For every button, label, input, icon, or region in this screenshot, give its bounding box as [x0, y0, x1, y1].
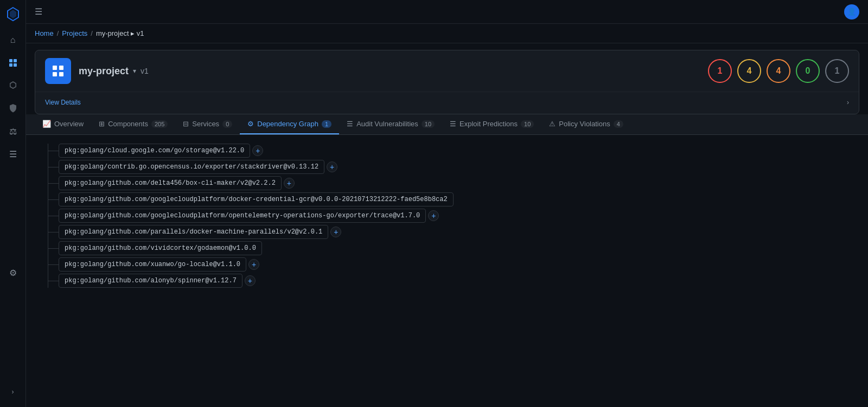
tab-components[interactable]: ⊞ Components 205 — [91, 114, 175, 134]
tab-policy-label: Policy Violations — [559, 120, 610, 128]
svg-rect-8 — [53, 72, 57, 76]
expand-btn-1[interactable]: + — [252, 145, 263, 156]
project-header-left: my-project ▾ v1 — [45, 58, 149, 84]
dep-pkg-1: pkg:golang/cloud.google.com/go/storage@v… — [65, 147, 244, 154]
avatar[interactable]: 👤 — [844, 4, 859, 20]
dep-node-row-6: pkg:golang/github.com/parallels/docker-m… — [59, 225, 857, 239]
dep-pkg-9: pkg:golang/github.com/alonyb/spinner@v1.… — [65, 277, 237, 285]
svg-rect-6 — [53, 66, 57, 70]
sidebar-item-settings[interactable]: ⚙ — [3, 263, 23, 283]
badge-high[interactable]: 4 — [737, 59, 761, 83]
tabs-bar: 📈 Overview ⊞ Components 205 ⊟ Services 0… — [26, 114, 868, 135]
dep-node-row-1: pkg:golang/cloud.google.com/go/storage@v… — [59, 144, 857, 158]
dep-graph-icon: ⚙ — [247, 120, 254, 128]
dep-node-3[interactable]: pkg:golang/github.com/delta456/box-cli-m… — [59, 176, 282, 190]
svg-rect-9 — [59, 72, 63, 76]
badge-critical[interactable]: 1 — [708, 59, 732, 83]
dep-node-row-7: pkg:golang/github.com/vividcortex/godaem… — [59, 241, 857, 255]
expand-btn-8[interactable]: + — [248, 259, 259, 270]
sidebar-item-packages[interactable] — [3, 76, 23, 95]
audit-icon: ☰ — [347, 120, 353, 128]
topbar-left: ☰ — [35, 7, 42, 17]
dep-node-row-8: pkg:golang/github.com/xuanwo/go-locale@v… — [59, 257, 857, 272]
dep-pkg-8: pkg:golang/github.com/xuanwo/go-locale@v… — [65, 261, 240, 268]
dep-node-8[interactable]: pkg:golang/github.com/xuanwo/go-locale@v… — [59, 257, 246, 272]
dep-pkg-4: pkg:golang/github.com/googlecloudplatfor… — [65, 196, 448, 203]
badge-info[interactable]: 1 — [825, 59, 849, 83]
tab-dependency-graph[interactable]: ⚙ Dependency Graph 1 — [240, 114, 339, 134]
expand-btn-3[interactable]: + — [284, 178, 295, 189]
dep-node-7[interactable]: pkg:golang/github.com/vividcortex/godaem… — [59, 241, 262, 255]
tab-audit-vulnerabilities[interactable]: ☰ Audit Vulnerabilities 10 — [339, 114, 442, 134]
exploit-icon: ☰ — [450, 120, 456, 128]
expand-btn-9[interactable]: + — [245, 275, 256, 286]
dep-node-9[interactable]: pkg:golang/github.com/alonyb/spinner@v1.… — [59, 274, 242, 288]
breadcrumb-row: Home / Projects / my-project ▸ v1 — [26, 24, 868, 43]
tab-audit-badge: 10 — [422, 120, 435, 128]
tab-services-badge: 0 — [222, 120, 232, 128]
dep-node-1[interactable]: pkg:golang/cloud.google.com/go/storage@v… — [59, 144, 250, 158]
tab-exploit-badge: 10 — [521, 120, 534, 128]
svg-rect-5 — [14, 63, 17, 67]
project-dropdown-icon[interactable]: ▾ — [133, 67, 136, 75]
menu-icon[interactable]: ☰ — [35, 7, 42, 17]
breadcrumb-home[interactable]: Home — [35, 29, 54, 37]
main-content: ☰ 👤 Home / Projects / my-project ▸ v1 — [26, 0, 868, 407]
tab-policy-badge: 4 — [614, 120, 623, 128]
topbar: ☰ 👤 — [26, 0, 868, 24]
dep-node-row-5: pkg:golang/github.com/googlecloudplatfor… — [59, 209, 857, 223]
tab-overview[interactable]: 📈 Overview — [35, 114, 91, 134]
breadcrumb-sep-2: / — [91, 29, 93, 37]
project-name: my-project — [79, 66, 129, 77]
project-header-card: my-project ▾ v1 1 4 4 0 1 View Details › — [35, 50, 859, 114]
dep-pkg-5: pkg:golang/github.com/googlecloudplatfor… — [65, 212, 420, 219]
dep-node-4[interactable]: pkg:golang/github.com/googlecloudplatfor… — [59, 192, 454, 206]
sidebar-item-scale[interactable]: ⚖ — [3, 121, 23, 141]
project-title-row: my-project ▾ v1 — [79, 66, 149, 77]
sidebar: ⌂ ⚖ ☰ ⚙ › — [0, 0, 26, 407]
tab-dep-graph-label: Dependency Graph — [257, 120, 318, 128]
severity-badges: 1 4 4 0 1 — [708, 59, 849, 83]
header-chevron: › — [847, 99, 849, 106]
dependency-tree: pkg:golang/cloud.google.com/go/storage@v… — [37, 144, 857, 288]
dep-node-2[interactable]: pkg:golang/contrib.go.opencensus.io/expo… — [59, 160, 324, 174]
project-version: v1 — [141, 67, 149, 75]
sidebar-item-shield[interactable] — [3, 99, 23, 118]
dep-pkg-6: pkg:golang/github.com/parallels/docker-m… — [65, 228, 322, 236]
dep-node-row-3: pkg:golang/github.com/delta456/box-cli-m… — [59, 176, 857, 190]
expand-btn-5[interactable]: + — [428, 210, 439, 221]
breadcrumb-current: my-project ▸ v1 — [96, 29, 144, 37]
badge-low[interactable]: 0 — [796, 59, 820, 83]
tab-policy-violations[interactable]: ⚠ Policy Violations 4 — [541, 114, 631, 134]
sidebar-item-table[interactable]: ☰ — [3, 144, 23, 164]
view-details-link[interactable]: View Details — [45, 96, 81, 108]
dep-node-5[interactable]: pkg:golang/github.com/googlecloudplatfor… — [59, 209, 426, 223]
sidebar-expand-button[interactable]: › — [3, 382, 23, 402]
dep-pkg-7: pkg:golang/github.com/vividcortex/godaem… — [65, 244, 256, 252]
dep-pkg-2: pkg:golang/contrib.go.opencensus.io/expo… — [65, 163, 318, 171]
dep-node-6[interactable]: pkg:golang/github.com/parallels/docker-m… — [59, 225, 328, 239]
dep-node-row-2: pkg:golang/contrib.go.opencensus.io/expo… — [59, 160, 857, 174]
app-logo[interactable] — [4, 5, 22, 23]
expand-btn-2[interactable]: + — [327, 161, 337, 172]
project-info: my-project ▾ v1 — [79, 66, 149, 77]
tab-services-label: Services — [192, 120, 219, 128]
svg-rect-4 — [9, 63, 12, 67]
expand-btn-6[interactable]: + — [330, 227, 341, 237]
svg-rect-3 — [14, 59, 17, 62]
badge-medium[interactable]: 4 — [767, 59, 790, 83]
tab-services[interactable]: ⊟ Services 0 — [175, 114, 240, 134]
tab-dep-graph-badge: 1 — [322, 120, 331, 128]
dependency-graph-panel: pkg:golang/cloud.google.com/go/storage@v… — [26, 135, 868, 407]
tab-components-label: Components — [108, 120, 148, 128]
breadcrumb-projects[interactable]: Projects — [62, 29, 87, 37]
overview-icon: 📈 — [42, 120, 51, 128]
tab-exploit-predictions[interactable]: ☰ Exploit Predictions 10 — [442, 114, 541, 134]
breadcrumb-sep-1: / — [57, 29, 59, 37]
svg-rect-2 — [9, 59, 12, 62]
sidebar-item-grid[interactable] — [3, 53, 23, 73]
sidebar-item-home[interactable]: ⌂ — [3, 30, 23, 50]
tab-components-badge: 205 — [151, 120, 168, 128]
dep-node-row-4: pkg:golang/github.com/googlecloudplatfor… — [59, 192, 857, 206]
components-icon: ⊞ — [99, 120, 105, 128]
